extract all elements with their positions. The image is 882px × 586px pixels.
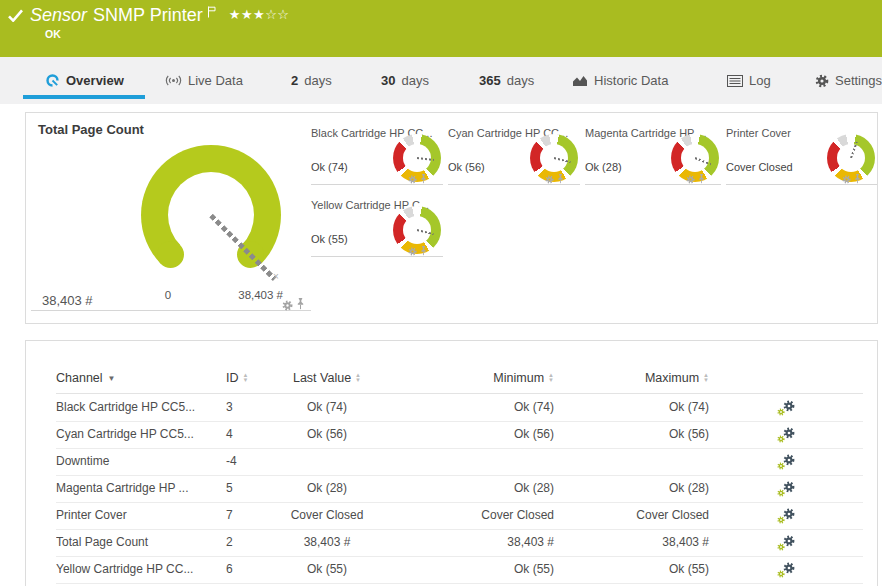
- flag-icon[interactable]: [207, 6, 217, 18]
- gauge-status-value: Cover Closed: [726, 161, 793, 173]
- gauge-status-value: Ok (55): [311, 233, 348, 245]
- channel-maximum: Ok (56): [601, 421, 709, 448]
- gauge-tile-magenta-cartridge[interactable]: Magenta Cartridge HP ... Ok (28): [585, 126, 721, 185]
- channel-last-value: Ok (28): [243, 475, 411, 502]
- edit-channel-settings-icon[interactable]: [777, 508, 795, 524]
- edit-channel-settings-icon[interactable]: [777, 562, 795, 578]
- column-label: ID: [226, 371, 239, 385]
- tab-label: days: [401, 73, 428, 88]
- channel-name-link[interactable]: Total Page Count: [56, 529, 221, 556]
- sort-descending-icon: ▼: [108, 374, 116, 383]
- edit-channel-settings-icon[interactable]: [777, 427, 795, 443]
- pin-icon[interactable]: [698, 170, 705, 188]
- column-header-maximum[interactable]: Maximum ▲▼: [601, 371, 709, 385]
- ok-check-icon: [8, 9, 23, 22]
- tab-label: Historic Data: [594, 73, 668, 88]
- gauge-tile-yellow-cartridge[interactable]: Yellow Cartridge HP C... Ok (55): [311, 198, 443, 257]
- gauge-tools: [545, 170, 564, 188]
- gauge-tools: [282, 296, 305, 314]
- gear-icon[interactable]: [842, 175, 851, 184]
- channel-minimum: Ok (74): [446, 394, 554, 421]
- edit-channel-cell: [771, 556, 801, 583]
- pin-icon[interactable]: [420, 242, 427, 260]
- tab-label: days: [304, 73, 331, 88]
- channel-name-link[interactable]: Printer Cover: [56, 502, 221, 529]
- needle-tip-marker: ×: [273, 271, 279, 282]
- area-chart-icon: [572, 74, 588, 87]
- gear-icon[interactable]: [408, 247, 417, 256]
- gear-icon[interactable]: [545, 175, 554, 184]
- object-kind-label: Sensor: [30, 5, 87, 26]
- pin-icon[interactable]: [296, 296, 305, 314]
- tab-historic-data[interactable]: Historic Data: [572, 57, 668, 104]
- log-icon: [727, 75, 743, 87]
- edit-channel-settings-icon[interactable]: [777, 481, 795, 497]
- tab-log[interactable]: Log: [727, 57, 771, 104]
- channel-name-link[interactable]: Magenta Cartridge HP ...: [56, 475, 221, 502]
- channel-minimum: Ok (28): [446, 475, 554, 502]
- sensor-header: Sensor SNMP Printer ★★★☆☆ OK: [0, 0, 882, 57]
- channel-minimum: Ok (56): [446, 421, 554, 448]
- gauge-title: Total Page Count: [38, 122, 144, 137]
- edit-channel-settings-icon[interactable]: [777, 454, 795, 470]
- gauge-status-value: Ok (56): [448, 161, 485, 173]
- column-header-channel[interactable]: Channel ▼: [56, 371, 116, 385]
- total-page-count-gauge-tile[interactable]: Total Page Count × 0 38,403 # 38,403 #: [31, 113, 311, 311]
- gear-icon[interactable]: [408, 175, 417, 184]
- tab-live-data[interactable]: Live Data: [165, 57, 243, 104]
- tab-2-days[interactable]: 2 days: [291, 57, 332, 104]
- channel-maximum: Ok (55): [601, 556, 709, 583]
- edit-channel-cell: [771, 421, 801, 448]
- tab-label: Overview: [66, 73, 124, 88]
- tab-label: Settings: [835, 73, 882, 88]
- table-row: Printer Cover 7 Cover Closed Cover Close…: [56, 502, 863, 530]
- tab-label: Live Data: [188, 73, 243, 88]
- channel-minimum: Ok (55): [446, 556, 554, 583]
- gear-icon[interactable]: [282, 300, 293, 311]
- column-label: Minimum: [493, 371, 544, 385]
- priority-stars[interactable]: ★★★☆☆: [229, 7, 290, 22]
- live-data-icon: [165, 74, 182, 87]
- channel-last-value: Ok (56): [243, 421, 411, 448]
- channel-maximum: [601, 448, 709, 475]
- channel-name-link[interactable]: Yellow Cartridge HP CC...: [56, 556, 221, 583]
- channel-name-link[interactable]: Black Cartridge HP CC5...: [56, 394, 221, 421]
- channel-minimum: [446, 448, 554, 475]
- gear-icon[interactable]: [686, 175, 695, 184]
- column-header-minimum[interactable]: Minimum ▲▼: [446, 371, 554, 385]
- channel-name-link[interactable]: Cyan Cartridge HP CC5...: [56, 421, 221, 448]
- channel-last-value: Ok (74): [243, 394, 411, 421]
- tab-number: 30: [381, 73, 395, 88]
- arc-cap: [157, 241, 184, 268]
- gauge-min-label: 0: [148, 289, 188, 301]
- sensor-title-row: Sensor SNMP Printer ★★★☆☆: [8, 5, 290, 26]
- pin-icon[interactable]: [420, 170, 427, 188]
- gauge-status-value: Ok (74): [311, 161, 348, 173]
- tab-30-days[interactable]: 30 days: [381, 57, 429, 104]
- column-label: Last Value: [293, 371, 351, 385]
- gauge-tile-printer-cover[interactable]: Printer Cover Cover Closed: [726, 126, 877, 185]
- gauge-tools: [842, 170, 861, 188]
- edit-channel-cell: [771, 502, 801, 529]
- gauge-tile-black-cartridge[interactable]: Black Cartridge HP CC... Ok (74): [311, 126, 443, 185]
- page-title: SNMP Printer: [93, 5, 203, 26]
- sort-icon: ▲▼: [355, 373, 361, 383]
- tab-365-days[interactable]: 365 days: [479, 57, 534, 104]
- channel-name-link[interactable]: Downtime: [56, 448, 221, 475]
- gauge-tools: [408, 170, 427, 188]
- channel-last-value: 38,403 #: [243, 529, 411, 556]
- gauge-tile-cyan-cartridge[interactable]: Cyan Cartridge HP CC... Ok (56): [448, 126, 580, 185]
- tab-settings[interactable]: Settings: [815, 57, 882, 104]
- column-header-last-value[interactable]: Last Value ▲▼: [243, 371, 411, 385]
- edit-channel-cell: [771, 529, 801, 556]
- edit-channel-settings-icon[interactable]: [777, 535, 795, 551]
- channel-maximum: Cover Closed: [601, 502, 709, 529]
- pin-icon[interactable]: [854, 170, 861, 188]
- gauge-needle: [417, 229, 434, 235]
- edit-channel-settings-icon[interactable]: [777, 400, 795, 416]
- edit-channel-cell: [771, 448, 801, 475]
- gauge-needle: [554, 157, 571, 163]
- table-row: Total Page Count 2 38,403 # 38,403 # 38,…: [56, 529, 863, 557]
- edit-channel-cell: [771, 394, 801, 421]
- pin-icon[interactable]: [557, 170, 564, 188]
